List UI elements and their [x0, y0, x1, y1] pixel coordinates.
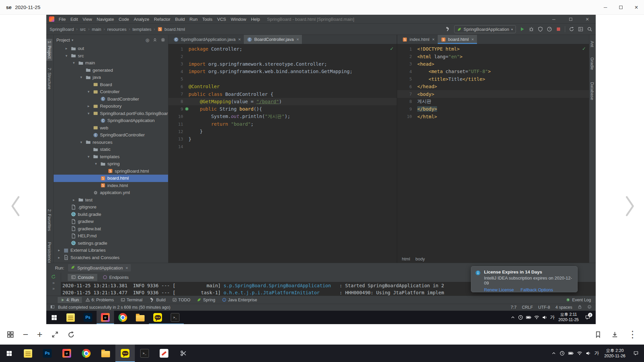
- tree-item-repository[interactable]: ▸Repository: [54, 103, 168, 110]
- editor-tab-index-html[interactable]: 5index.html×: [399, 35, 438, 44]
- chevron-down-icon[interactable]: ▾: [78, 140, 84, 144]
- thumbnails-icon[interactable]: [7, 331, 14, 338]
- chevron-down-icon[interactable]: ▾: [71, 61, 76, 65]
- toolwindow-button-terminal[interactable]: Terminal: [118, 297, 146, 303]
- taskbar-app-photoshop[interactable]: Ps: [38, 345, 57, 362]
- toolwindow-button-java-enterprise[interactable]: JJava Enterprise: [219, 297, 260, 303]
- action-center-button[interactable]: [631, 345, 641, 362]
- tree-item-index-html[interactable]: 5index.html: [54, 182, 168, 189]
- toolwindow-button-todo[interactable]: TODO: [169, 297, 194, 303]
- taskbar-app-intellij[interactable]: IJ: [57, 345, 76, 362]
- tree-item-java[interactable]: ▾java: [54, 74, 168, 81]
- toolwindow-button-spring[interactable]: Spring: [194, 297, 218, 303]
- sync-icon[interactable]: [569, 26, 574, 32]
- close-icon[interactable]: ×: [125, 265, 128, 270]
- tree-item-settings-gradle[interactable]: Gsettings.gradle: [54, 240, 168, 247]
- close-tab-icon[interactable]: ×: [432, 37, 435, 42]
- chevron-down-icon[interactable]: ▾: [93, 162, 99, 166]
- wifi-icon[interactable]: [534, 315, 539, 320]
- menu-file[interactable]: File: [56, 17, 68, 22]
- close-tab-icon[interactable]: ×: [238, 37, 241, 42]
- tree-item-gitignore[interactable]: .gitignore: [54, 203, 168, 211]
- toolwindow-button-build[interactable]: Build: [146, 297, 169, 303]
- chevron-right-icon[interactable]: ▸: [56, 255, 62, 260]
- link-fallback-options[interactable]: Fallback Options: [521, 287, 553, 292]
- rotate-icon[interactable]: [67, 331, 75, 338]
- download-icon[interactable]: [611, 331, 619, 338]
- tree-item-src[interactable]: ▾src: [54, 52, 168, 60]
- taskbar-app-chrome[interactable]: [114, 311, 131, 324]
- gauge-icon[interactable]: [547, 26, 552, 32]
- bookmark-icon[interactable]: [594, 331, 602, 338]
- toolwindow-button-7-structure[interactable]: 7: Structure: [46, 66, 52, 92]
- taskbar-app-terminal[interactable]: >_: [166, 311, 184, 324]
- taskbar-app-memo[interactable]: [62, 311, 79, 324]
- close-tab-icon[interactable]: ×: [471, 37, 474, 42]
- breadcrumb-html[interactable]: html: [402, 256, 410, 261]
- toolwindow-button-4-run[interactable]: 4: Run: [58, 297, 82, 303]
- viewer-minimize-button[interactable]: ─: [598, 0, 613, 14]
- editor-tab-boardcontroller-java[interactable]: CBoardController.java×: [244, 35, 302, 44]
- event-log-button[interactable]: Event Log: [566, 298, 596, 302]
- close-tab-icon[interactable]: ×: [297, 37, 299, 42]
- tree-item-spring[interactable]: ▾spring: [54, 160, 168, 168]
- chevron-right-icon[interactable]: ▸: [64, 46, 69, 51]
- previous-image-button[interactable]: [10, 196, 21, 218]
- zoom-out-icon[interactable]: −: [23, 330, 28, 339]
- menu-view[interactable]: View: [80, 17, 94, 22]
- line-separator[interactable]: CRLF: [522, 305, 533, 310]
- menu-code[interactable]: Code: [116, 17, 131, 22]
- chevron-right-icon[interactable]: ▸: [71, 198, 76, 202]
- zoom-in-icon[interactable]: +: [37, 330, 42, 339]
- taskbar-app-explorer[interactable]: [96, 345, 115, 362]
- taskbar-clock[interactable]: 오후 2:202020-11-26: [602, 348, 627, 359]
- search-icon[interactable]: [587, 26, 592, 32]
- taskbar-app-kakaotalk[interactable]: TALK: [115, 345, 135, 362]
- caret-position[interactable]: 7:7: [511, 305, 517, 310]
- tree-item-help-md[interactable]: HELP.md: [54, 232, 168, 240]
- tree-item-controller[interactable]: ▾Controller: [54, 88, 168, 96]
- volume-icon[interactable]: [586, 351, 591, 356]
- menu-analyze[interactable]: Analyze: [131, 17, 152, 22]
- breadcrumb-item-board-html[interactable]: 5board.html: [157, 26, 185, 32]
- run-subtab-console[interactable]: Console: [68, 274, 97, 281]
- menu-edit[interactable]: Edit: [68, 17, 80, 22]
- hammer-icon[interactable]: [445, 26, 450, 32]
- breadcrumb-item-resources[interactable]: resources: [107, 27, 126, 32]
- project-panel-title[interactable]: Project: [56, 38, 70, 43]
- indent-setting[interactable]: 4 spaces: [555, 305, 572, 310]
- start-button[interactable]: [0, 345, 18, 362]
- tree-item-build-gradle[interactable]: Gbuild.gradle: [54, 211, 168, 218]
- start-button[interactable]: [46, 311, 62, 324]
- tree-item-out[interactable]: ▸out: [54, 45, 168, 52]
- toolwindow-button-2-favorites[interactable]: 2: Favorites: [46, 207, 52, 233]
- menu-navigate[interactable]: Navigate: [94, 17, 116, 22]
- chevron-down-icon[interactable]: ▾: [64, 54, 69, 58]
- inspections-widget-icon[interactable]: [587, 305, 592, 310]
- toolwindow-button-ant[interactable]: Ant: [589, 39, 595, 49]
- rerun-icon[interactable]: [51, 274, 56, 279]
- link-renew-license[interactable]: Renew License: [484, 287, 514, 292]
- chevron-down-icon[interactable]: ▾: [86, 155, 91, 159]
- ime-indicator[interactable]: 가: [550, 314, 555, 320]
- menu-build[interactable]: Build: [173, 17, 187, 22]
- tree-item-springboard-html[interactable]: 5springBoard.html: [54, 168, 168, 175]
- tree-item-springboardapplication[interactable]: CSpringBoardApplication: [54, 117, 168, 124]
- viewer-close-button[interactable]: ✕: [629, 0, 644, 14]
- ime-indicator[interactable]: 가: [594, 350, 599, 356]
- tree-item-web[interactable]: web: [54, 124, 168, 132]
- taskbar-app-redapp[interactable]: [154, 345, 174, 362]
- tree-item-springborad-portfolio-springboard[interactable]: ▾SpringBorad.portFolio.SpringBoard: [54, 110, 168, 117]
- gear-icon[interactable]: [161, 38, 165, 42]
- tree-item-application-yml[interactable]: application.yml: [54, 189, 168, 196]
- tree-item-main[interactable]: ▾main: [54, 59, 168, 67]
- tree-item-generated[interactable]: generated: [54, 67, 168, 74]
- next-image-button[interactable]: [624, 196, 635, 218]
- run-subtab-endpoints[interactable]: Endpoints: [99, 274, 132, 281]
- editor-tab-springboardapplication-java[interactable]: CSpringBoardApplication.java×: [170, 35, 244, 44]
- menu-tools[interactable]: Tools: [200, 17, 215, 22]
- action-center-button[interactable]: 2: [582, 311, 593, 324]
- more-icon[interactable]: ⋮: [628, 330, 637, 339]
- tree-item-boardcontroller[interactable]: CBoardController: [54, 96, 168, 103]
- battery-icon[interactable]: [526, 315, 531, 320]
